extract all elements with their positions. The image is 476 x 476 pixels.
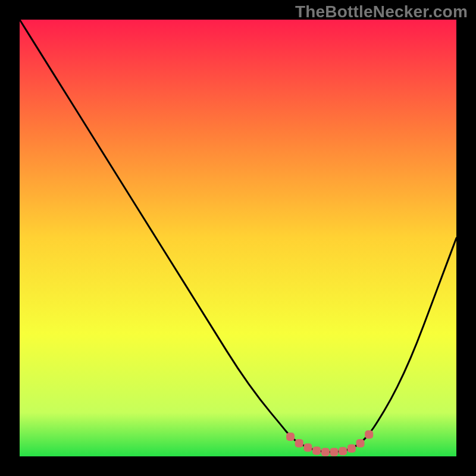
optimal-marker bbox=[295, 439, 303, 447]
optimal-marker bbox=[321, 448, 330, 456]
optimal-marker bbox=[339, 447, 347, 455]
chart-frame: TheBottleNecker.com bbox=[0, 0, 476, 476]
optimal-marker bbox=[365, 430, 373, 439]
optimal-marker bbox=[312, 446, 321, 455]
watermark-text: TheBottleNecker.com bbox=[295, 2, 468, 21]
optimal-marker bbox=[303, 443, 312, 452]
gradient-background bbox=[20, 20, 456, 456]
plot-area bbox=[20, 20, 456, 456]
optimal-marker bbox=[347, 444, 356, 453]
optimal-marker bbox=[286, 433, 295, 441]
optimal-marker bbox=[330, 448, 338, 456]
optimal-marker bbox=[356, 439, 365, 447]
bottleneck-chart bbox=[20, 20, 456, 456]
